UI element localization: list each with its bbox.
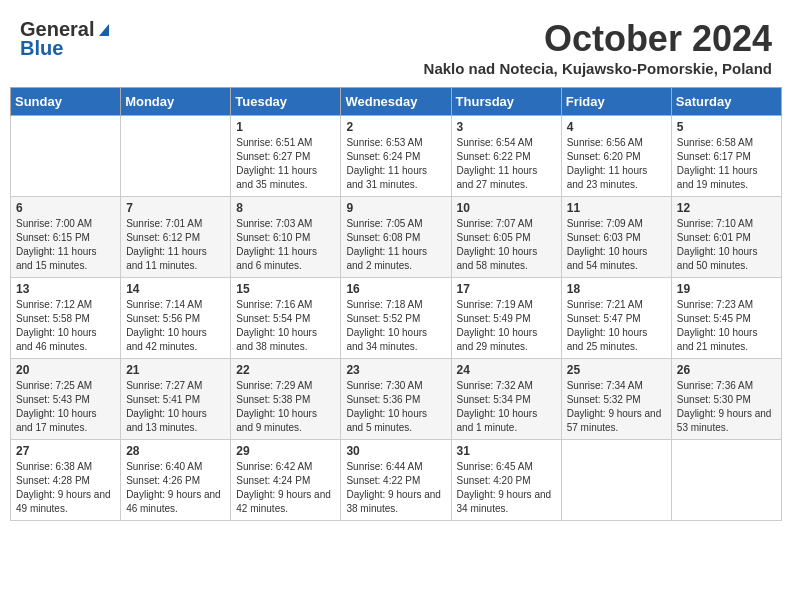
table-row: 9Sunrise: 7:05 AM Sunset: 6:08 PM Daylig… (341, 197, 451, 278)
table-row: 19Sunrise: 7:23 AM Sunset: 5:45 PM Dayli… (671, 278, 781, 359)
day-info: Sunrise: 7:23 AM Sunset: 5:45 PM Dayligh… (677, 298, 776, 354)
table-row: 22Sunrise: 7:29 AM Sunset: 5:38 PM Dayli… (231, 359, 341, 440)
day-number: 6 (16, 201, 115, 215)
day-number: 26 (677, 363, 776, 377)
day-number: 28 (126, 444, 225, 458)
day-info: Sunrise: 7:18 AM Sunset: 5:52 PM Dayligh… (346, 298, 445, 354)
table-row: 26Sunrise: 7:36 AM Sunset: 5:30 PM Dayli… (671, 359, 781, 440)
day-number: 12 (677, 201, 776, 215)
day-number: 29 (236, 444, 335, 458)
calendar-week-row: 13Sunrise: 7:12 AM Sunset: 5:58 PM Dayli… (11, 278, 782, 359)
day-info: Sunrise: 7:34 AM Sunset: 5:32 PM Dayligh… (567, 379, 666, 435)
day-info: Sunrise: 6:44 AM Sunset: 4:22 PM Dayligh… (346, 460, 445, 516)
day-info: Sunrise: 6:54 AM Sunset: 6:22 PM Dayligh… (457, 136, 556, 192)
table-row (11, 116, 121, 197)
day-info: Sunrise: 7:07 AM Sunset: 6:05 PM Dayligh… (457, 217, 556, 273)
logo-triangle-icon (95, 20, 113, 38)
day-number: 13 (16, 282, 115, 296)
logo-blue-text: Blue (20, 37, 63, 60)
calendar-week-row: 20Sunrise: 7:25 AM Sunset: 5:43 PM Dayli… (11, 359, 782, 440)
day-info: Sunrise: 6:45 AM Sunset: 4:20 PM Dayligh… (457, 460, 556, 516)
day-number: 27 (16, 444, 115, 458)
table-row (121, 116, 231, 197)
day-number: 23 (346, 363, 445, 377)
day-number: 17 (457, 282, 556, 296)
table-row: 14Sunrise: 7:14 AM Sunset: 5:56 PM Dayli… (121, 278, 231, 359)
day-number: 31 (457, 444, 556, 458)
day-info: Sunrise: 7:10 AM Sunset: 6:01 PM Dayligh… (677, 217, 776, 273)
table-row: 4Sunrise: 6:56 AM Sunset: 6:20 PM Daylig… (561, 116, 671, 197)
table-row: 23Sunrise: 7:30 AM Sunset: 5:36 PM Dayli… (341, 359, 451, 440)
day-number: 20 (16, 363, 115, 377)
table-row: 10Sunrise: 7:07 AM Sunset: 6:05 PM Dayli… (451, 197, 561, 278)
header-sunday: Sunday (11, 88, 121, 116)
table-row: 17Sunrise: 7:19 AM Sunset: 5:49 PM Dayli… (451, 278, 561, 359)
day-info: Sunrise: 7:12 AM Sunset: 5:58 PM Dayligh… (16, 298, 115, 354)
table-row: 25Sunrise: 7:34 AM Sunset: 5:32 PM Dayli… (561, 359, 671, 440)
table-row: 28Sunrise: 6:40 AM Sunset: 4:26 PM Dayli… (121, 440, 231, 521)
location-title: Naklo nad Notecia, Kujawsko-Pomorskie, P… (424, 60, 772, 77)
day-info: Sunrise: 6:56 AM Sunset: 6:20 PM Dayligh… (567, 136, 666, 192)
day-info: Sunrise: 7:01 AM Sunset: 6:12 PM Dayligh… (126, 217, 225, 273)
day-info: Sunrise: 7:05 AM Sunset: 6:08 PM Dayligh… (346, 217, 445, 273)
header-thursday: Thursday (451, 88, 561, 116)
day-number: 8 (236, 201, 335, 215)
day-number: 5 (677, 120, 776, 134)
table-row: 18Sunrise: 7:21 AM Sunset: 5:47 PM Dayli… (561, 278, 671, 359)
calendar-week-row: 6Sunrise: 7:00 AM Sunset: 6:15 PM Daylig… (11, 197, 782, 278)
table-row: 8Sunrise: 7:03 AM Sunset: 6:10 PM Daylig… (231, 197, 341, 278)
day-info: Sunrise: 7:03 AM Sunset: 6:10 PM Dayligh… (236, 217, 335, 273)
month-title: October 2024 (424, 18, 772, 60)
header-monday: Monday (121, 88, 231, 116)
day-number: 19 (677, 282, 776, 296)
day-info: Sunrise: 6:42 AM Sunset: 4:24 PM Dayligh… (236, 460, 335, 516)
table-row: 1Sunrise: 6:51 AM Sunset: 6:27 PM Daylig… (231, 116, 341, 197)
table-row: 29Sunrise: 6:42 AM Sunset: 4:24 PM Dayli… (231, 440, 341, 521)
day-number: 10 (457, 201, 556, 215)
day-number: 3 (457, 120, 556, 134)
day-info: Sunrise: 7:00 AM Sunset: 6:15 PM Dayligh… (16, 217, 115, 273)
svg-marker-0 (99, 24, 109, 36)
day-info: Sunrise: 7:30 AM Sunset: 5:36 PM Dayligh… (346, 379, 445, 435)
day-info: Sunrise: 7:32 AM Sunset: 5:34 PM Dayligh… (457, 379, 556, 435)
table-row: 27Sunrise: 6:38 AM Sunset: 4:28 PM Dayli… (11, 440, 121, 521)
calendar-week-row: 1Sunrise: 6:51 AM Sunset: 6:27 PM Daylig… (11, 116, 782, 197)
day-number: 25 (567, 363, 666, 377)
day-number: 18 (567, 282, 666, 296)
header-wednesday: Wednesday (341, 88, 451, 116)
page-header: General Blue October 2024 Naklo nad Note… (10, 10, 782, 81)
table-row: 3Sunrise: 6:54 AM Sunset: 6:22 PM Daylig… (451, 116, 561, 197)
table-row: 16Sunrise: 7:18 AM Sunset: 5:52 PM Dayli… (341, 278, 451, 359)
calendar-header-row: Sunday Monday Tuesday Wednesday Thursday… (11, 88, 782, 116)
day-number: 4 (567, 120, 666, 134)
day-info: Sunrise: 6:51 AM Sunset: 6:27 PM Dayligh… (236, 136, 335, 192)
table-row: 31Sunrise: 6:45 AM Sunset: 4:20 PM Dayli… (451, 440, 561, 521)
table-row: 20Sunrise: 7:25 AM Sunset: 5:43 PM Dayli… (11, 359, 121, 440)
day-info: Sunrise: 7:27 AM Sunset: 5:41 PM Dayligh… (126, 379, 225, 435)
day-number: 1 (236, 120, 335, 134)
table-row: 21Sunrise: 7:27 AM Sunset: 5:41 PM Dayli… (121, 359, 231, 440)
day-info: Sunrise: 7:14 AM Sunset: 5:56 PM Dayligh… (126, 298, 225, 354)
header-friday: Friday (561, 88, 671, 116)
day-info: Sunrise: 7:21 AM Sunset: 5:47 PM Dayligh… (567, 298, 666, 354)
header-tuesday: Tuesday (231, 88, 341, 116)
table-row: 13Sunrise: 7:12 AM Sunset: 5:58 PM Dayli… (11, 278, 121, 359)
table-row: 15Sunrise: 7:16 AM Sunset: 5:54 PM Dayli… (231, 278, 341, 359)
day-info: Sunrise: 7:16 AM Sunset: 5:54 PM Dayligh… (236, 298, 335, 354)
day-number: 16 (346, 282, 445, 296)
day-number: 9 (346, 201, 445, 215)
day-info: Sunrise: 6:58 AM Sunset: 6:17 PM Dayligh… (677, 136, 776, 192)
day-info: Sunrise: 7:29 AM Sunset: 5:38 PM Dayligh… (236, 379, 335, 435)
day-number: 24 (457, 363, 556, 377)
day-info: Sunrise: 6:53 AM Sunset: 6:24 PM Dayligh… (346, 136, 445, 192)
day-number: 11 (567, 201, 666, 215)
table-row: 12Sunrise: 7:10 AM Sunset: 6:01 PM Dayli… (671, 197, 781, 278)
table-row: 30Sunrise: 6:44 AM Sunset: 4:22 PM Dayli… (341, 440, 451, 521)
day-info: Sunrise: 7:09 AM Sunset: 6:03 PM Dayligh… (567, 217, 666, 273)
day-number: 15 (236, 282, 335, 296)
day-info: Sunrise: 7:25 AM Sunset: 5:43 PM Dayligh… (16, 379, 115, 435)
day-number: 22 (236, 363, 335, 377)
table-row (671, 440, 781, 521)
day-info: Sunrise: 7:36 AM Sunset: 5:30 PM Dayligh… (677, 379, 776, 435)
day-number: 14 (126, 282, 225, 296)
